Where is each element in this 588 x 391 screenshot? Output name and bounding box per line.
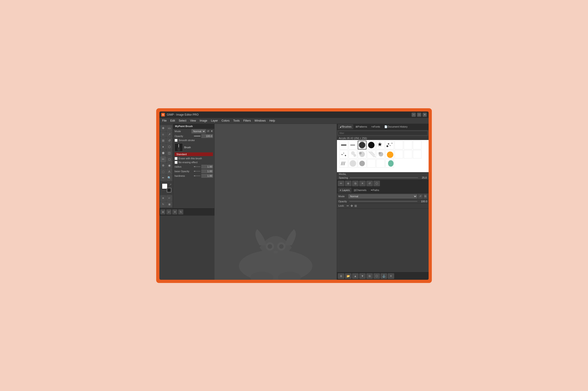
base-opacity-slider[interactable]	[194, 171, 201, 172]
radius-input[interactable]	[201, 165, 213, 169]
canvas-area[interactable]	[215, 124, 337, 280]
menu-file[interactable]: File	[160, 118, 168, 124]
zoom-tool[interactable]: 🔍	[166, 175, 172, 181]
raise-layer-btn[interactable]: ▲	[352, 273, 359, 279]
menu-windows[interactable]: Windows	[253, 118, 268, 124]
text-tool[interactable]: A	[166, 169, 172, 175]
pencil-tool[interactable]: ✏	[160, 156, 166, 162]
layers-mode-chain-btn[interactable]: ⛓	[424, 194, 427, 198]
path-tool[interactable]: ✒	[160, 175, 166, 181]
clone-tool[interactable]: ⊕	[160, 163, 166, 169]
patterns-tab[interactable]: ⊞ Patterns	[354, 124, 369, 129]
brush-preview: Brush	[173, 142, 214, 152]
bucket-fill-tool[interactable]: ⬟	[160, 150, 166, 156]
tool-name: MyPaint Brush	[175, 125, 193, 128]
lower-layer-btn[interactable]: ▼	[359, 273, 366, 279]
blur-tool[interactable]: ◉	[166, 163, 172, 169]
layers-mode-select[interactable]: Normal	[348, 194, 417, 198]
no-erase-checkbox[interactable]	[175, 161, 178, 164]
delete-layer-btn[interactable]: ✕	[388, 273, 394, 279]
rotate-tool[interactable]: ⬡	[166, 144, 172, 150]
close-button[interactable]: ✕	[423, 113, 427, 117]
menu-filters[interactable]: Filters	[241, 118, 253, 124]
menu-help[interactable]: Help	[268, 118, 277, 124]
smooth-stroke-checkbox[interactable]	[175, 139, 178, 142]
fonts-tab[interactable]: Aa Fonts	[369, 124, 382, 129]
svg-text:✦: ✦	[344, 154, 347, 157]
mode-down-btn[interactable]: ▼	[211, 130, 213, 132]
perspective-tool[interactable]: ↺	[166, 138, 172, 144]
new-btn[interactable]: ⊕	[160, 209, 165, 214]
hardness-slider[interactable]	[194, 175, 201, 176]
history-btn[interactable]: ↻	[160, 201, 166, 207]
heal-tool[interactable]: ♦	[160, 144, 166, 150]
menu-view[interactable]: View	[188, 118, 198, 124]
background-color[interactable]	[167, 188, 171, 193]
layers-tab[interactable]: ≡ Layers	[338, 188, 351, 193]
crop-tool[interactable]: ⊞	[160, 138, 166, 144]
base-opacity-label: base Opacity	[175, 170, 193, 173]
document-history-tab[interactable]: 📄 Document History	[382, 124, 409, 129]
lasso-tool[interactable]: ⌾	[160, 131, 166, 137]
minimize-button[interactable]: ─	[412, 113, 416, 117]
brush-filter-input[interactable]	[338, 131, 428, 135]
open-layer-btn[interactable]: 📂	[345, 273, 351, 279]
open-image-btn[interactable]: ↩	[166, 195, 172, 201]
swap-colors-icon[interactable]: ↗	[169, 183, 171, 186]
merge-layer-btn[interactable]: ⬡	[373, 273, 380, 279]
opacity-label: Opacity	[175, 135, 193, 137]
opacity-input[interactable]	[201, 134, 213, 138]
base-opacity-input[interactable]	[201, 169, 213, 173]
lock-alpha-icon[interactable]: ⊞	[354, 204, 357, 207]
mode-select[interactable]: Normal	[192, 129, 206, 133]
svg-point-7	[273, 251, 278, 254]
anchor-layer-btn[interactable]: ⚓	[381, 273, 387, 279]
new-layer-btn[interactable]: ⊕	[338, 273, 344, 279]
undo-btn[interactable]: ↩	[166, 209, 171, 214]
export-brush-btn[interactable]: ⬡	[373, 181, 380, 186]
move-tool[interactable]: ✥	[160, 125, 166, 131]
redo-btn[interactable]: ✕	[172, 209, 177, 214]
svg-point-22	[368, 142, 375, 148]
window-frame: G GIMP - Image Editor PRO ─ □ ✕ File Edi…	[159, 111, 429, 280]
delete-brush-btn[interactable]: ✕	[359, 181, 366, 186]
menu-image[interactable]: Image	[198, 118, 209, 124]
config-btn[interactable]: ▦	[166, 201, 172, 207]
eraser-tool[interactable]: ◻	[166, 156, 172, 162]
rect-select-tool[interactable]: ▭	[166, 125, 172, 131]
brushes-tab[interactable]: 🖌 Brushes	[338, 124, 353, 129]
duplicate-brush-btn[interactable]: ⧉	[352, 181, 359, 186]
new-brush-btn[interactable]: ⊕	[345, 181, 351, 186]
lock-paint-icon[interactable]: ✏	[347, 204, 349, 207]
fonts-tab-icon: Aa	[371, 125, 374, 128]
dodge-tool[interactable]: ◌	[160, 169, 166, 175]
lock-move-icon[interactable]: ✥	[351, 204, 353, 207]
edit-brush-btn[interactable]: ✏	[338, 181, 344, 186]
mode-reset-btn[interactable]: ↺	[207, 130, 210, 132]
maximize-button[interactable]: □	[417, 113, 421, 117]
transform-tool[interactable]: ↗	[166, 131, 172, 137]
menu-select[interactable]: Select	[177, 118, 188, 124]
gradient-tool[interactable]: ◫	[166, 150, 172, 156]
erase-checkbox[interactable]	[175, 157, 178, 160]
svg-text:★: ★	[377, 141, 382, 147]
menu-edit[interactable]: Edit	[168, 118, 177, 124]
menu-layer[interactable]: Layer	[209, 118, 220, 124]
new-image-btn[interactable]: ⊕	[160, 195, 166, 201]
refresh-brush-btn[interactable]: ↺	[366, 181, 373, 186]
layers-mode-reset-btn[interactable]: ↺	[418, 194, 423, 198]
duplicate-layer-btn[interactable]: ⧉	[366, 273, 373, 279]
radius-slider[interactable]	[194, 166, 201, 167]
channels-tab[interactable]: ||| Channels	[352, 188, 368, 193]
history-bottom-btn[interactable]: ↻	[178, 209, 183, 214]
opacity-slider[interactable]	[194, 136, 201, 137]
hardness-fill	[194, 175, 195, 176]
no-erase-label: No erasing effect	[178, 161, 198, 164]
hardness-input[interactable]	[201, 174, 213, 178]
spacing-slider[interactable]	[350, 177, 418, 178]
menu-colors[interactable]: Colors	[220, 118, 231, 124]
svg-text:✦: ✦	[341, 153, 343, 156]
paths-tab[interactable]: ✒ Paths	[369, 188, 381, 193]
layers-opacity-slider[interactable]	[349, 201, 417, 202]
menu-tools[interactable]: Tools	[231, 118, 241, 124]
